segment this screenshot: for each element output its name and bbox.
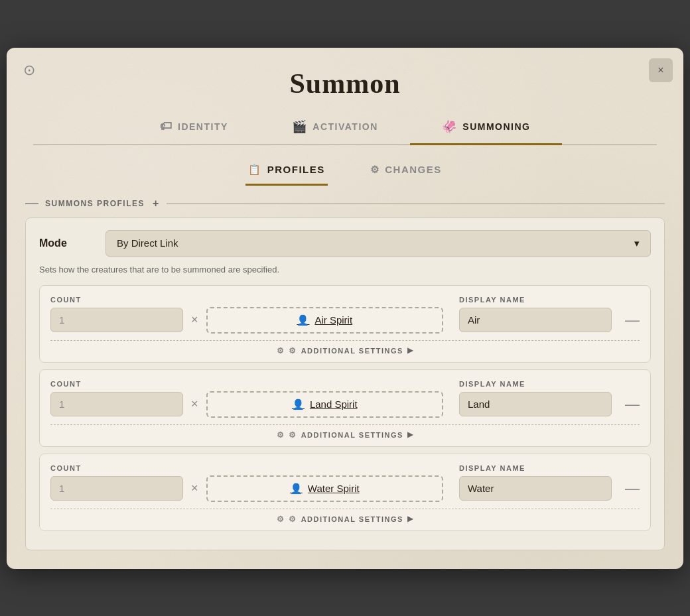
- chevron-down-icon: ▾: [634, 237, 640, 249]
- creature-person-icon-1: 👤: [292, 399, 305, 410]
- section-label-text: SUMMONS PROFILES: [45, 199, 145, 208]
- additional-settings-2[interactable]: ⚙ ⚙ ADDITIONAL SETTINGS ▶: [50, 509, 640, 524]
- count-input-0[interactable]: [50, 308, 183, 332]
- count-section-2: COUNT: [50, 464, 183, 501]
- chevron-right-icon-2: ▶: [407, 515, 414, 523]
- entry-row-1: COUNT × CREATURE 👤 Land Spirit: [50, 379, 640, 418]
- modal: ⊙ × Summon 🏷 IDENTITY 🎬 ACTIVATION 🦑: [7, 48, 683, 569]
- display-section-2: DISPLAY NAME: [459, 464, 612, 501]
- gear-icon-0: ⚙: [277, 346, 285, 355]
- gear-icon-4: ⚙: [277, 515, 285, 524]
- count-section-1: COUNT: [50, 380, 183, 416]
- gear-icon-1: ⚙: [289, 346, 297, 355]
- mode-select[interactable]: By Direct Link ▾: [105, 230, 651, 257]
- tab-activation-label: ACTIVATION: [312, 121, 378, 132]
- mode-label: Mode: [39, 237, 92, 249]
- display-input-2[interactable]: [459, 476, 612, 501]
- creature-section-0: CREATURE 👤 Air Spirit: [206, 295, 443, 334]
- modal-wrapper: ⊙ × Summon 🏷 IDENTITY 🎬 ACTIVATION 🦑: [0, 0, 690, 616]
- tab-identity[interactable]: 🏷 IDENTITY: [128, 110, 260, 145]
- count-input-1[interactable]: [50, 392, 183, 416]
- additional-settings-label-1: ADDITIONAL SETTINGS: [301, 431, 403, 439]
- tab-summoning[interactable]: 🦑 SUMMONING: [410, 110, 563, 145]
- mode-select-value: By Direct Link: [117, 237, 178, 249]
- creature-button-1[interactable]: 👤 Land Spirit: [206, 391, 443, 418]
- creature-button-0[interactable]: 👤 Air Spirit: [206, 307, 443, 334]
- creature-name-2: Water Spirit: [308, 483, 360, 494]
- gear-icon-3: ⚙: [289, 430, 297, 440]
- sub-tab-changes[interactable]: ⚙ CHANGES: [368, 158, 445, 186]
- add-profile-button[interactable]: +: [153, 198, 160, 210]
- close-button[interactable]: ×: [649, 58, 673, 82]
- multiply-icon-1: ×: [191, 397, 198, 411]
- creature-name-1: Land Spirit: [310, 399, 358, 410]
- count-section-0: COUNT: [50, 296, 183, 332]
- close-icon: ×: [657, 64, 663, 76]
- settings-icon: ⊙: [23, 62, 35, 79]
- additional-settings-label-2: ADDITIONAL SETTINGS: [301, 515, 403, 523]
- display-input-1[interactable]: [459, 392, 612, 416]
- creature-name-0: Air Spirit: [314, 314, 352, 326]
- display-input-0[interactable]: [459, 308, 612, 332]
- display-section-1: DISPLAY NAME: [459, 380, 612, 416]
- entry-card-1: COUNT × CREATURE 👤 Land Spirit: [39, 369, 651, 447]
- entry-card-2: COUNT × CREATURE 👤 Water Spirit: [39, 454, 651, 531]
- profiles-card: Mode By Direct Link ▾ Sets how the creat…: [25, 217, 665, 550]
- modal-title: Summon: [7, 48, 683, 110]
- additional-settings-1[interactable]: ⚙ ⚙ ADDITIONAL SETTINGS ▶: [50, 424, 640, 440]
- changes-icon: ⚙: [370, 164, 380, 176]
- chevron-right-icon-1: ▶: [407, 430, 414, 439]
- sub-tab-profiles-label: PROFILES: [267, 164, 325, 175]
- chevron-right-icon-0: ▶: [407, 346, 414, 355]
- tab-activation[interactable]: 🎬 ACTIVATION: [260, 110, 410, 145]
- count-input-2[interactable]: [50, 476, 183, 501]
- creature-person-icon-2: 👤: [290, 483, 303, 495]
- settings-icon-button[interactable]: ⊙: [17, 58, 41, 82]
- display-label-2: DISPLAY NAME: [459, 464, 612, 472]
- summoning-icon: 🦑: [442, 119, 458, 134]
- creature-section-2: CREATURE 👤 Water Spirit: [206, 463, 443, 502]
- display-label-1: DISPLAY NAME: [459, 380, 612, 388]
- mode-description: Sets how the creatures that are to be su…: [39, 265, 651, 275]
- creature-person-icon-0: 👤: [297, 314, 309, 326]
- activation-icon: 🎬: [292, 119, 308, 134]
- multiply-icon-2: ×: [191, 481, 198, 495]
- identity-icon: 🏷: [160, 119, 173, 133]
- entry-card-0: COUNT × CREATURE 👤 Air Spirit: [39, 285, 651, 363]
- display-label-0: DISPLAY NAME: [459, 296, 612, 304]
- tab-summoning-label: SUMMONING: [462, 121, 530, 132]
- gear-icon-5: ⚙: [289, 515, 297, 524]
- gear-icon-2: ⚙: [277, 430, 285, 440]
- remove-button-0[interactable]: —: [625, 313, 640, 328]
- remove-button-1[interactable]: —: [625, 397, 640, 412]
- entry-row-2: COUNT × CREATURE 👤 Water Spirit: [50, 463, 640, 502]
- remove-button-2[interactable]: —: [625, 481, 640, 496]
- count-label-2: COUNT: [50, 464, 183, 472]
- profiles-icon: 📋: [248, 164, 262, 176]
- top-tabs: 🏷 IDENTITY 🎬 ACTIVATION 🦑 SUMMONING: [33, 110, 657, 145]
- section-label: SUMMONS PROFILES +: [25, 198, 665, 210]
- multiply-icon-0: ×: [191, 313, 198, 327]
- sub-tabs: 📋 PROFILES ⚙ CHANGES: [7, 145, 683, 191]
- additional-settings-label-0: ADDITIONAL SETTINGS: [301, 347, 403, 355]
- main-content: SUMMONS PROFILES + Mode By Direct Link ▾…: [7, 191, 683, 569]
- creature-section-1: CREATURE 👤 Land Spirit: [206, 379, 443, 418]
- entry-row-0: COUNT × CREATURE 👤 Air Spirit: [50, 295, 640, 334]
- count-label-1: COUNT: [50, 380, 183, 388]
- tab-identity-label: IDENTITY: [178, 121, 228, 132]
- additional-settings-0[interactable]: ⚙ ⚙ ADDITIONAL SETTINGS ▶: [50, 340, 640, 355]
- count-label-0: COUNT: [50, 296, 183, 304]
- creature-button-2[interactable]: 👤 Water Spirit: [206, 475, 443, 502]
- mode-row: Mode By Direct Link ▾: [39, 230, 651, 257]
- display-section-0: DISPLAY NAME: [459, 296, 612, 332]
- sub-tab-profiles[interactable]: 📋 PROFILES: [245, 158, 328, 186]
- sub-tab-changes-label: CHANGES: [385, 164, 442, 175]
